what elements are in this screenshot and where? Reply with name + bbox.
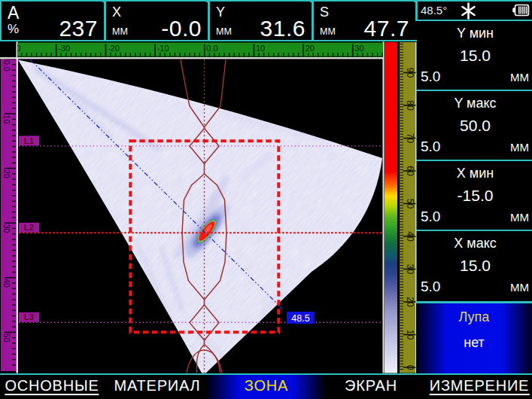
menu-ekran[interactable]: ЭКРАН — [345, 379, 397, 393]
sector-scan-display: 0.01020304050 -40-30-20-100.0102030 L1L2… — [0, 41, 418, 373]
amplitude-ruler-label: 60 — [405, 166, 415, 176]
x-ruler-label: 10 — [256, 44, 265, 53]
amplitude-colorbar — [385, 42, 397, 373]
x-ruler-label: -40 — [9, 44, 21, 53]
param-y-max-value: 50.0 — [418, 117, 532, 135]
status-cell: 48.5° — [418, 2, 532, 20]
scan-plot: L1L2L348.5 — [0, 41, 418, 373]
param-y-max-title: Y макс — [418, 96, 532, 111]
param-x-min-unit: ММ — [510, 211, 529, 224]
readout-amplitude-unit: % — [8, 22, 19, 37]
weld-line-label: L2 — [24, 223, 34, 232]
amplitude-ruler: 9080706050403020100 — [400, 42, 417, 373]
menu-material[interactable]: МАТЕРИАЛ — [114, 379, 200, 393]
x-ruler-label: -10 — [157, 44, 169, 53]
readout-y-label: Y — [216, 5, 225, 20]
param-x-max-title: X макс — [418, 236, 532, 251]
battery-bars — [518, 7, 527, 14]
readout-amplitude: A % 237 — [2, 2, 102, 40]
amplitude-ruler-label: 20 — [405, 297, 415, 307]
device-screen: A % 237 X ММ -0.0 Y ММ 31.6 S ММ 47.7 48… — [0, 0, 532, 399]
readout-s-unit: ММ — [320, 26, 336, 37]
readout-x-label: X — [112, 5, 121, 20]
param-y-max[interactable]: Y макс 50.0 5.0 ММ — [418, 91, 532, 159]
angle-label-text: 48.5 — [291, 313, 309, 324]
readout-x-unit: ММ — [112, 26, 128, 37]
menu-bar: ОСНОВНЫЕ МАТЕРИАЛ ЗОНА ЭКРАН ИЗМЕРЕНИЕ — [0, 375, 532, 399]
depth-ruler: 0.01020304050 — [1, 59, 16, 371]
scan-fan — [0, 41, 418, 373]
param-x-min-step: 5.0 — [421, 209, 440, 225]
readout-amplitude-value: 237 — [59, 16, 98, 41]
depth-ruler-label: 30 — [2, 224, 11, 233]
plot-right-frame — [383, 42, 385, 373]
amplitude-ruler-label: 50 — [405, 199, 415, 209]
param-y-min-value: 15.0 — [418, 47, 532, 65]
param-x-max-value: 15.0 — [418, 257, 532, 275]
menu-zona[interactable]: ЗОНА — [245, 379, 288, 393]
plot-top-frame — [0, 57, 383, 59]
battery-icon — [512, 5, 528, 16]
amplitude-ruler-label: 30 — [405, 264, 415, 275]
param-y-min-step: 5.0 — [421, 69, 440, 85]
param-y-min-unit: ММ — [510, 71, 529, 84]
x-ruler-label: 0.0 — [206, 44, 217, 53]
depth-ruler-label: 0.0 — [2, 60, 11, 72]
readout-y: Y ММ 31.6 — [210, 2, 310, 40]
magnifier-value: нет — [416, 335, 532, 351]
weld-line-label: L1 — [24, 136, 35, 145]
amplitude-ruler-label: 80 — [405, 100, 415, 111]
x-ruler-label: 20 — [306, 44, 315, 53]
param-x-max[interactable]: X макс 15.0 5.0 ММ — [418, 231, 532, 299]
depth-ruler-label: 10 — [2, 115, 11, 124]
magnifier-box[interactable]: Лупа нет — [416, 303, 532, 373]
x-ruler: -40-30-20-100.0102030 — [9, 43, 383, 58]
param-x-min-title: X мин — [418, 166, 532, 181]
menu-izmerenie[interactable]: ИЗМЕРЕНИЕ — [430, 379, 530, 395]
readout-s-label: S — [320, 5, 329, 20]
x-ruler-label: 30 — [354, 44, 363, 53]
readout-y-unit: ММ — [216, 26, 232, 37]
weld-line-label: L3 — [24, 312, 34, 321]
param-x-min[interactable]: X мин -15.0 5.0 ММ — [418, 161, 532, 229]
asterisk-icon — [463, 4, 475, 19]
depth-ruler-label: 40 — [2, 279, 11, 288]
x-ruler-label: -20 — [108, 44, 120, 53]
amplitude-ruler-label: 70 — [405, 133, 415, 144]
magnifier-title: Лупа — [416, 309, 532, 325]
param-y-min[interactable]: Y мин 15.0 5.0 ММ — [418, 21, 532, 89]
readout-s-value: 47.7 — [364, 16, 409, 41]
menu-osnovnye[interactable]: ОСНОВНЫЕ — [5, 379, 99, 395]
plot-left-frame — [17, 42, 19, 373]
param-x-max-step: 5.0 — [421, 279, 440, 295]
readout-y-value: 31.6 — [260, 16, 306, 41]
param-y-max-step: 5.0 — [421, 139, 440, 155]
amplitude-ruler-label: 0 — [405, 365, 415, 370]
amplitude-ruler-label: 40 — [405, 231, 415, 242]
readout-x: X ММ -0.0 — [106, 2, 206, 40]
depth-ruler-label: 50 — [2, 334, 11, 343]
amplitude-ruler-label: 10 — [405, 330, 415, 340]
readout-x-value: -0.0 — [161, 16, 202, 41]
param-y-max-unit: ММ — [510, 141, 529, 154]
status-icons — [418, 2, 532, 20]
depth-ruler-label: 20 — [2, 169, 11, 178]
x-ruler-label: -30 — [58, 44, 70, 53]
param-x-min-value: -15.0 — [418, 187, 532, 205]
readout-s: S ММ 47.7 — [314, 2, 414, 40]
amplitude-ruler-label: 90 — [405, 68, 415, 78]
readout-amplitude-label: A — [8, 3, 19, 23]
param-x-max-unit: ММ — [510, 281, 529, 294]
param-y-min-title: Y мин — [418, 26, 532, 41]
